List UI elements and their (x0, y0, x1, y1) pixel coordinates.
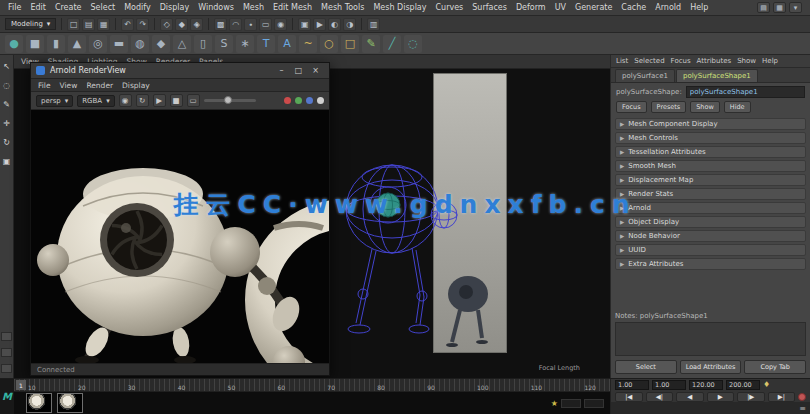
playback-start-field[interactable] (652, 380, 686, 390)
animation-preferences-icon[interactable]: ≡ (799, 404, 806, 413)
pencil-curve-icon[interactable]: ✎ (362, 35, 380, 53)
play-forward-button[interactable]: ▶ (707, 392, 735, 402)
select-button[interactable]: Select (615, 360, 677, 374)
step-back-button[interactable]: ◀| (646, 392, 674, 402)
scale-tool-icon[interactable]: ▣ (1, 155, 13, 167)
eye-sphere-shaded[interactable] (376, 193, 400, 217)
renderview-menu-render[interactable]: Render (86, 81, 113, 90)
rendered-image-area[interactable] (31, 110, 329, 363)
stop-render-icon[interactable]: ■ (170, 94, 183, 107)
menu-display[interactable]: Display (160, 3, 190, 12)
poly-sphere-icon[interactable]: ● (5, 35, 23, 53)
section-tessellation-attributes[interactable]: ▶Tessellation Attributes (615, 146, 806, 158)
snap-plane-icon[interactable]: ▭ (259, 18, 272, 31)
section-mesh-component-display[interactable]: ▶Mesh Component Display (615, 118, 806, 130)
focus-button[interactable]: Focus (616, 101, 647, 113)
region-render-icon[interactable]: ▭ (187, 94, 200, 107)
menu-select[interactable]: Select (90, 3, 115, 12)
multi-cut-icon[interactable]: ╱ (383, 35, 401, 53)
copy-tab-button[interactable]: Copy Tab (744, 360, 806, 374)
green-channel-icon[interactable] (295, 97, 302, 104)
go-to-end-button[interactable]: ▶| (768, 392, 796, 402)
bookmark-star-icon[interactable]: ★ (551, 399, 558, 408)
undo-icon[interactable]: ↶ (121, 18, 134, 31)
make-live-icon[interactable]: ◉ (274, 18, 287, 31)
options-icon[interactable]: ▾ (789, 2, 802, 13)
outliner-layout-icon[interactable] (1, 364, 12, 373)
tab-polysurfaceshape1[interactable]: polySurfaceShape1 (676, 69, 758, 82)
start-render-icon[interactable]: ▶ (153, 94, 166, 107)
nurbs-square-icon[interactable]: □ (341, 35, 359, 53)
single-pane-layout-icon[interactable] (1, 332, 12, 341)
nurbs-circle-icon[interactable]: ○ (320, 35, 338, 53)
section-smooth-mesh[interactable]: ▶Smooth Mesh (615, 160, 806, 172)
workspace-icon[interactable]: ▤ (757, 2, 770, 13)
menu-mesh-tools[interactable]: Mesh Tools (321, 3, 364, 12)
section-arnold[interactable]: ▶Arnold (615, 202, 806, 214)
refresh-render-icon[interactable]: ↻ (136, 94, 149, 107)
section-render-stats[interactable]: ▶Render Stats (615, 188, 806, 200)
play-backward-button[interactable]: ◀ (676, 392, 704, 402)
poly-text-icon[interactable]: T (257, 35, 275, 53)
new-scene-icon[interactable]: □ (67, 18, 80, 31)
snapshot-icon[interactable]: ◉ (119, 94, 132, 107)
section-extra-attributes[interactable]: ▶Extra Attributes (615, 258, 806, 270)
select-component-icon[interactable]: ◈ (190, 18, 203, 31)
snapshot-field[interactable] (584, 399, 604, 408)
type-tool-icon[interactable]: A (278, 35, 296, 53)
menu-file[interactable]: File (8, 3, 21, 12)
paint-select-tool-icon[interactable]: ✎ (1, 98, 13, 110)
show-button[interactable]: Show (690, 101, 720, 113)
renderview-menu-view[interactable]: View (60, 81, 78, 90)
menu-create[interactable]: Create (55, 3, 82, 12)
ae-menu-help[interactable]: Help (762, 57, 778, 65)
menu-mesh-display[interactable]: Mesh Display (373, 3, 426, 12)
node-name-field[interactable] (686, 86, 805, 98)
poly-cone-icon[interactable]: ▲ (68, 35, 86, 53)
ae-menu-selected[interactable]: Selected (634, 57, 664, 65)
rotate-tool-icon[interactable]: ↻ (1, 136, 13, 148)
set-key-icon[interactable]: ♦ (763, 380, 770, 389)
menu-generate[interactable]: Generate (575, 3, 612, 12)
poly-plane-icon[interactable]: ▬ (110, 35, 128, 53)
ae-menu-list[interactable]: List (616, 57, 628, 65)
menu-windows[interactable]: Windows (198, 3, 234, 12)
close-button[interactable]: × (307, 64, 324, 77)
menu-arnold[interactable]: Arnold (655, 3, 681, 12)
auto-keyframe-toggle[interactable] (798, 393, 806, 401)
move-tool-icon[interactable]: ✛ (1, 117, 13, 129)
section-displacement-map[interactable]: ▶Displacement Map (615, 174, 806, 186)
layout-icon[interactable]: ▦ (773, 2, 786, 13)
menu-deform[interactable]: Deform (516, 3, 546, 12)
renderview-menu-display[interactable]: Display (122, 81, 150, 90)
snap-point-icon[interactable]: ∙ (244, 18, 257, 31)
view-mode-select[interactable]: RGBA ▾ (77, 95, 114, 107)
red-channel-icon[interactable] (284, 97, 291, 104)
step-forward-button[interactable]: |▶ (737, 392, 765, 402)
notes-field[interactable] (615, 322, 806, 356)
menu-surfaces[interactable]: Surfaces (472, 3, 507, 12)
maximize-button[interactable]: □ (290, 64, 307, 77)
render-settings-icon[interactable]: ◑ (343, 18, 356, 31)
display-layers-icon[interactable]: ▥ (367, 18, 380, 31)
menu-modify[interactable]: Modify (124, 3, 151, 12)
target-weld-icon[interactable]: ◌ (404, 35, 422, 53)
animation-start-field[interactable] (615, 380, 649, 390)
lasso-tool-icon[interactable]: ◌ (1, 79, 13, 91)
construction-history-icon[interactable]: ▣ (298, 18, 311, 31)
playback-end-field[interactable] (689, 380, 723, 390)
ae-menu-focus[interactable]: Focus (671, 57, 691, 65)
section-uuid[interactable]: ▶UUID (615, 244, 806, 256)
renderview-title-bar[interactable]: Arnold RenderView – □ × (31, 63, 329, 79)
snap-curve-icon[interactable]: ◠ (229, 18, 242, 31)
ae-menu-attributes[interactable]: Attributes (697, 57, 732, 65)
menu-help[interactable]: Help (690, 3, 708, 12)
poly-cylinder-icon[interactable]: ▮ (47, 35, 65, 53)
arnold-renderview-window[interactable]: Arnold RenderView – □ × File View Render… (30, 62, 330, 376)
select-tool-icon[interactable]: ↖ (1, 60, 13, 72)
menu-set-selector[interactable]: Modeling ▾ (5, 18, 56, 30)
ae-menu-show[interactable]: Show (737, 57, 756, 65)
tab-polysurface1[interactable]: polySurface1 (615, 69, 675, 82)
section-mesh-controls[interactable]: ▶Mesh Controls (615, 132, 806, 144)
four-pane-layout-icon[interactable] (1, 348, 12, 357)
